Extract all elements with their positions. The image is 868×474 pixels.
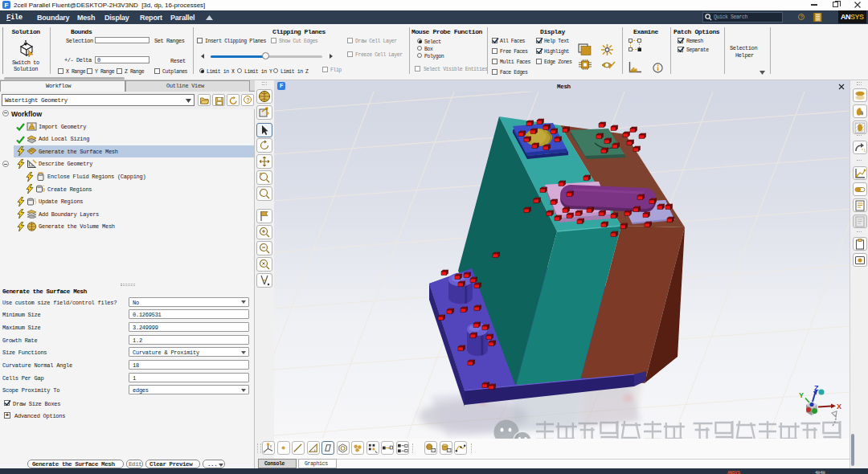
svg-text:Y: Y xyxy=(269,444,272,448)
svg-text:Y: Y xyxy=(799,391,804,399)
svg-text:X: X xyxy=(837,402,841,411)
svg-text:x: x xyxy=(263,450,265,454)
svg-text:Z: Z xyxy=(814,384,819,392)
